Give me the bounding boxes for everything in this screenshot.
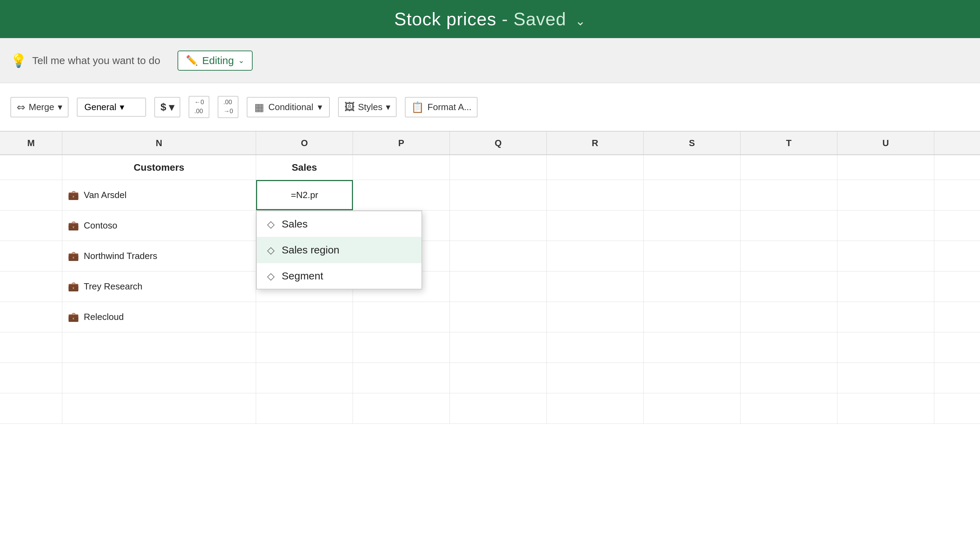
cell-m4[interactable] <box>0 241 62 271</box>
cell-m5[interactable] <box>0 271 62 301</box>
conditional-label: Conditional <box>268 102 313 113</box>
table-row <box>0 332 980 363</box>
cell-t2[interactable] <box>741 180 837 210</box>
editing-label: Editing <box>202 55 234 67</box>
cell-u3[interactable] <box>837 210 934 241</box>
col-header-n[interactable]: N <box>62 132 256 155</box>
cell-n4[interactable]: 💼 Northwind Traders <box>62 241 256 271</box>
format-as-button[interactable]: 📋 Format A... <box>405 97 477 117</box>
cell-n6[interactable]: 💼 Relecloud <box>62 302 256 332</box>
autocomplete-item-sales[interactable]: ◇ Sales <box>257 211 422 237</box>
col-header-t[interactable]: T <box>741 132 837 155</box>
cell-u2[interactable] <box>837 180 934 210</box>
cell-n3-value: Contoso <box>84 220 117 231</box>
cell-m1[interactable] <box>0 155 62 180</box>
cell-t6[interactable] <box>741 302 837 332</box>
table-row: 💼 Trey Research <box>0 271 980 302</box>
cell-u6[interactable] <box>837 302 934 332</box>
col-header-p[interactable]: P <box>353 132 450 155</box>
decimal-increase-button[interactable]: ←0 .00 <box>189 96 209 118</box>
cell-s4[interactable] <box>644 241 741 271</box>
cell-n5[interactable]: 💼 Trey Research <box>62 271 256 301</box>
cell-o2-value: =N2.pr <box>291 190 318 201</box>
cell-t3[interactable] <box>741 210 837 241</box>
dollar-chevron-icon: ▾ <box>169 101 174 113</box>
cell-u5[interactable] <box>837 271 934 301</box>
cell-n3[interactable]: 💼 Contoso <box>62 210 256 241</box>
cell-s1[interactable] <box>644 155 741 180</box>
cell-q1[interactable] <box>450 155 547 180</box>
cell-q5[interactable] <box>450 271 547 301</box>
cell-p2[interactable] <box>353 180 450 210</box>
cell-m2[interactable] <box>0 180 62 210</box>
merge-label: Merge <box>29 102 54 113</box>
cell-n2[interactable]: 💼 Van Arsdel <box>62 180 256 210</box>
cell-r3[interactable] <box>547 210 644 241</box>
ribbon: ⇔ Merge ▾ General ▾ $ ▾ ←0 .00 .00 →0 ▦ … <box>0 83 980 132</box>
col-header-q[interactable]: Q <box>450 132 547 155</box>
cell-q6[interactable] <box>450 302 547 332</box>
styles-label: Styles <box>358 102 383 113</box>
autocomplete-item-sales-region-label: Sales region <box>282 244 339 256</box>
merge-button[interactable]: ⇔ Merge ▾ <box>10 97 68 117</box>
title-chevron-icon[interactable]: ⌄ <box>575 14 586 28</box>
cell-p6[interactable] <box>353 302 450 332</box>
cell-t1[interactable] <box>741 155 837 180</box>
autocomplete-item-segment[interactable]: ◇ Segment <box>257 263 422 289</box>
cell-m3[interactable] <box>0 210 62 241</box>
cell-n1[interactable]: Customers <box>62 155 256 180</box>
autocomplete-item-sales-region[interactable]: ◇ Sales region <box>257 237 422 263</box>
tell-me-text: Tell me what you want to do <box>32 55 160 67</box>
conditional-formatting-button[interactable]: ▦ Conditional ▾ <box>247 97 329 117</box>
cell-s5[interactable] <box>644 271 741 301</box>
format-as-icon: 📋 <box>411 101 424 113</box>
autocomplete-item-segment-label: Segment <box>282 270 323 282</box>
autocomplete-dropdown: ◇ Sales ◇ Sales region ◇ Segment <box>256 210 422 290</box>
cell-r1[interactable] <box>547 155 644 180</box>
table-row <box>0 363 980 394</box>
dollar-label: $ <box>161 101 167 113</box>
conditional-chevron-icon: ▾ <box>318 102 322 113</box>
merge-chevron-icon: ▾ <box>58 102 62 113</box>
briefcase-icon: 💼 <box>68 281 79 292</box>
col-header-s[interactable]: S <box>644 132 741 155</box>
briefcase-icon: 💼 <box>68 312 79 322</box>
cell-o6[interactable] <box>256 302 353 332</box>
title-bar: Stock prices - Saved ⌄ <box>0 0 980 38</box>
cell-s3[interactable] <box>644 210 741 241</box>
cell-t5[interactable] <box>741 271 837 301</box>
col-header-u[interactable]: U <box>837 132 934 155</box>
styles-chevron-icon: ▾ <box>386 102 390 113</box>
cell-t4[interactable] <box>741 241 837 271</box>
table-row: 💼 Northwind Traders <box>0 241 980 271</box>
cell-r6[interactable] <box>547 302 644 332</box>
briefcase-icon: 💼 <box>68 251 79 261</box>
cell-s6[interactable] <box>644 302 741 332</box>
editing-chevron-icon: ⌄ <box>238 56 244 65</box>
cell-q4[interactable] <box>450 241 547 271</box>
cell-o2[interactable]: =N2.pr <box>256 180 353 210</box>
cell-u1[interactable] <box>837 155 934 180</box>
cell-r5[interactable] <box>547 271 644 301</box>
col-header-o[interactable]: O <box>256 132 353 155</box>
cell-r2[interactable] <box>547 180 644 210</box>
col-header-m[interactable]: M <box>0 132 62 155</box>
merge-icon: ⇔ <box>17 101 25 113</box>
col-header-r[interactable]: R <box>547 132 644 155</box>
number-format-select[interactable]: General ▾ <box>77 98 146 117</box>
briefcase-icon: 💼 <box>68 190 79 201</box>
cell-u4[interactable] <box>837 241 934 271</box>
cell-q3[interactable] <box>450 210 547 241</box>
dollar-button[interactable]: $ ▾ <box>154 97 181 117</box>
grid-body: Customers Sales 💼 Van Arsdel =N2.pr <box>0 155 980 424</box>
decimal-decrease-button[interactable]: .00 →0 <box>218 96 239 118</box>
editing-button[interactable]: ✏️ Editing ⌄ <box>178 51 253 71</box>
cell-q2[interactable] <box>450 180 547 210</box>
cell-o1[interactable]: Sales <box>256 155 353 180</box>
cell-m6[interactable] <box>0 302 62 332</box>
cell-p1[interactable] <box>353 155 450 180</box>
styles-button[interactable]: 🖼 Styles ▾ <box>338 97 397 117</box>
cell-n4-value: Northwind Traders <box>84 251 157 261</box>
cell-r4[interactable] <box>547 241 644 271</box>
cell-s2[interactable] <box>644 180 741 210</box>
